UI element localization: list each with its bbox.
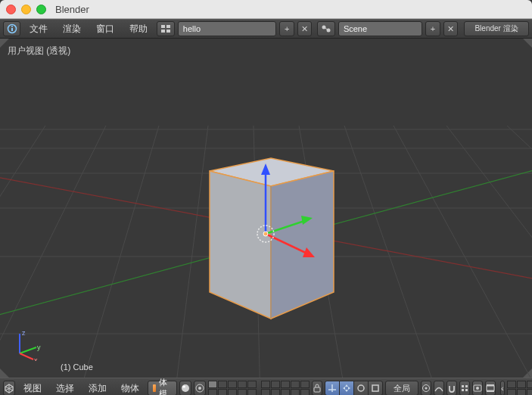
render-preview-button[interactable] (472, 381, 483, 395)
svg-line-43 (20, 353, 33, 359)
scene-name-field[interactable]: Scene (338, 21, 422, 36)
traffic-lights (6, 5, 46, 14)
object-mode-icon (153, 384, 156, 392)
svg-point-62 (358, 385, 364, 391)
manipulator-translate-button[interactable] (339, 381, 354, 395)
svg-text:y: y (37, 344, 41, 351)
view3d-header: 视图 选择 添加 物体 物体模式 (0, 378, 532, 395)
svg-marker-30 (210, 171, 271, 319)
viewport-canvas (0, 39, 532, 378)
layout-name-text: hello (183, 24, 201, 33)
window-title: Blender (55, 4, 89, 15)
scene-add-button[interactable]: + (425, 21, 440, 36)
menu-help[interactable]: 帮助 (123, 23, 154, 36)
svg-point-71 (476, 387, 479, 390)
svg-rect-73 (487, 384, 494, 386)
pivot-point-dropdown[interactable] (194, 381, 206, 395)
render-engine-label: Blender 渲染 (474, 23, 518, 34)
scene-delete-button[interactable]: ✕ (443, 21, 459, 36)
lock-camera-icon[interactable] (312, 381, 322, 395)
svg-line-9 (325, 28, 328, 30)
info-header: 文件 渲染 窗口 帮助 hello + ✕ Scene + ✕ Blender … (0, 19, 532, 39)
menu-object[interactable]: 物体 (115, 382, 145, 395)
layout-add-button[interactable]: + (279, 21, 294, 36)
menu-render[interactable]: 渲染 (57, 23, 87, 36)
svg-rect-74 (487, 390, 494, 392)
manipulator-enable-button[interactable] (325, 381, 340, 395)
svg-rect-6 (166, 30, 170, 33)
minimize-window-button[interactable] (21, 5, 31, 14)
proportional-edit-button[interactable] (421, 381, 431, 395)
svg-text:z: z (22, 329, 26, 337)
menu-file[interactable]: 文件 (23, 23, 54, 36)
svg-line-24 (446, 126, 532, 378)
snap-element-dropdown[interactable] (459, 381, 470, 395)
menu-view[interactable]: 视图 (17, 382, 48, 395)
transform-orientation-dropdown[interactable]: 全局 (385, 381, 418, 395)
svg-marker-58 (345, 384, 348, 387)
window-titlebar: Blender (0, 0, 532, 19)
scene-browse-button[interactable] (317, 21, 334, 36)
proportional-falloff-dropdown[interactable] (434, 381, 444, 395)
svg-rect-3 (161, 25, 165, 28)
editor-type-info-icon[interactable] (3, 21, 20, 36)
svg-point-40 (263, 232, 268, 236)
svg-point-51 (182, 384, 189, 392)
svg-line-18 (68, 126, 159, 378)
editor-type-3dview-icon[interactable] (3, 381, 15, 395)
cube-object (210, 158, 334, 319)
svg-point-65 (425, 387, 428, 390)
zoom-window-button[interactable] (36, 5, 46, 14)
axis-gizmo-icon: z y x (14, 329, 45, 361)
svg-rect-67 (465, 385, 468, 387)
svg-rect-55 (314, 387, 320, 392)
svg-rect-63 (372, 385, 378, 391)
svg-text:x: x (34, 356, 38, 361)
svg-point-53 (198, 387, 201, 390)
svg-rect-2 (11, 28, 13, 31)
menu-select[interactable]: 选择 (50, 382, 80, 395)
close-window-button[interactable] (6, 5, 16, 14)
viewport-3d[interactable]: 用户视图 (透视) (0, 39, 532, 378)
svg-line-19 (170, 126, 208, 378)
render-engine-dropdown[interactable]: Blender 渲染 (464, 21, 529, 36)
svg-rect-72 (487, 386, 494, 390)
layout-delete-button[interactable]: ✕ (297, 21, 313, 36)
svg-marker-59 (345, 390, 348, 392)
viewport-shading-dropdown[interactable] (179, 381, 191, 395)
svg-line-22 (344, 126, 450, 378)
svg-line-42 (20, 347, 36, 353)
svg-point-1 (11, 26, 13, 27)
keyframe-channels[interactable] (507, 381, 532, 396)
active-object-label: (1) Cube (61, 362, 93, 372)
svg-line-23 (394, 126, 532, 378)
menu-add[interactable]: 添加 (82, 382, 113, 395)
manipulator-toggles (325, 381, 383, 395)
orientation-label: 全局 (394, 383, 410, 394)
manipulator-rotate-button[interactable] (353, 381, 369, 395)
render-animation-icon[interactable] (485, 381, 496, 395)
svg-rect-66 (462, 385, 464, 387)
svg-line-25 (507, 126, 532, 378)
svg-rect-4 (166, 25, 170, 28)
scene-name-text: Scene (344, 24, 367, 33)
interaction-mode-dropdown[interactable]: 物体模式 (148, 381, 177, 395)
screen-browse-button[interactable] (157, 21, 174, 36)
svg-rect-68 (462, 389, 464, 391)
svg-rect-5 (161, 30, 165, 33)
svg-point-52 (182, 386, 185, 388)
prev-keyframe-button[interactable]: ‹ (500, 381, 505, 395)
snap-toggle-button[interactable] (446, 381, 457, 395)
layout-name-field[interactable]: hello (178, 21, 277, 36)
svg-marker-31 (271, 171, 334, 319)
svg-marker-60 (343, 387, 345, 390)
layer-buttons[interactable] (208, 381, 310, 396)
manipulator-scale-button[interactable] (368, 381, 383, 395)
svg-rect-69 (465, 389, 468, 391)
svg-marker-61 (348, 387, 350, 390)
menu-window[interactable]: 窗口 (90, 23, 120, 36)
